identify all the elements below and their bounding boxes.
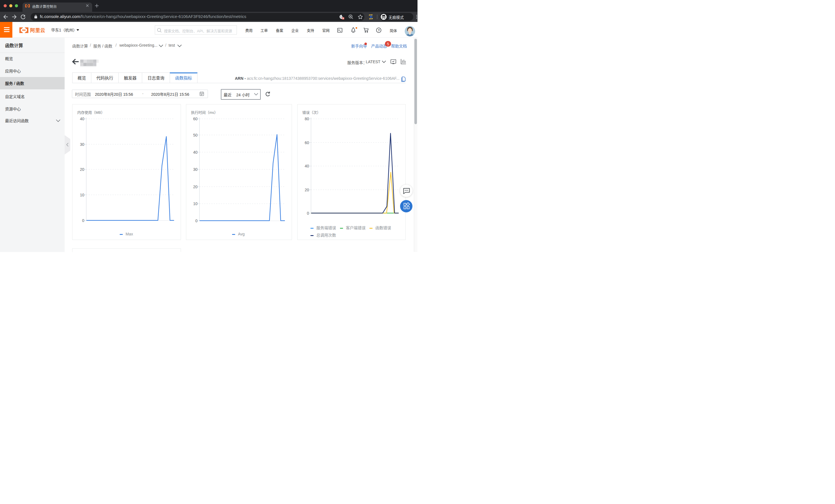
svg-text:20: 20 [80,167,84,172]
svg-text:60: 60 [305,140,309,145]
svg-text:0: 0 [307,211,309,216]
svg-text:10: 10 [193,201,198,206]
svg-text:40: 40 [193,150,198,155]
svg-text:30: 30 [193,167,198,172]
svg-text:5: 5 [387,42,389,46]
svg-text:20: 20 [193,185,198,189]
svg-text:30: 30 [80,142,84,147]
svg-text:10: 10 [80,193,84,197]
svg-text:80: 80 [305,117,309,121]
svg-text:0: 0 [195,219,198,223]
svg-text:0: 0 [82,218,84,223]
svg-text:60: 60 [193,117,198,121]
svg-text:50: 50 [193,133,198,137]
svg-text:20: 20 [305,188,309,192]
svg-text:40: 40 [80,117,84,121]
svg-text:40: 40 [305,164,309,168]
